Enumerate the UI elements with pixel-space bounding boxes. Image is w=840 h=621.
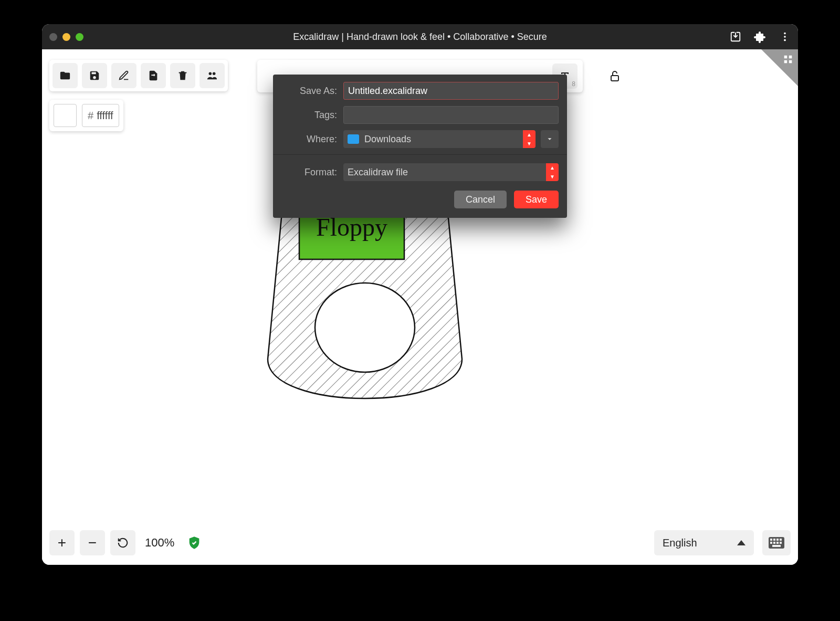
clear-canvas-button[interactable] xyxy=(170,63,195,88)
extensions-icon[interactable] xyxy=(754,30,766,43)
svg-rect-5 xyxy=(611,76,618,81)
format-select[interactable]: Excalidraw file ▲▼ xyxy=(343,163,559,181)
svg-rect-20 xyxy=(772,545,781,547)
titlebar-actions xyxy=(730,30,791,43)
lock-toggle[interactable] xyxy=(604,65,626,87)
filename-input[interactable] xyxy=(343,82,559,100)
browser-window: Excalidraw | Hand-drawn look & feel • Co… xyxy=(42,24,798,565)
install-app-icon[interactable] xyxy=(730,31,741,43)
library-toggle[interactable] xyxy=(761,49,798,86)
format-label: Format: xyxy=(281,167,337,178)
tags-label: Tags: xyxy=(281,110,337,121)
svg-rect-12 xyxy=(770,539,772,541)
keyboard-shortcuts-button[interactable] xyxy=(762,530,791,555)
svg-rect-17 xyxy=(773,542,775,544)
zoom-in-button[interactable]: + xyxy=(49,530,75,555)
svg-point-1 xyxy=(784,36,786,38)
format-value: Excalidraw file xyxy=(348,167,408,178)
open-button[interactable] xyxy=(52,63,78,88)
svg-point-9 xyxy=(315,283,415,372)
svg-point-3 xyxy=(209,72,212,76)
hex-prefix: # xyxy=(88,110,93,122)
language-label: English xyxy=(663,537,697,549)
zoom-controls: + − 100% xyxy=(49,530,202,555)
svg-point-2 xyxy=(784,39,786,41)
minimize-window-button[interactable] xyxy=(62,33,70,41)
format-stepper-icon: ▲▼ xyxy=(546,163,559,181)
background-swatch[interactable] xyxy=(54,104,77,127)
svg-rect-16 xyxy=(770,542,772,544)
caret-up-icon xyxy=(737,540,746,545)
language-select[interactable]: English xyxy=(654,530,754,555)
zoom-reset-button[interactable] xyxy=(110,530,135,555)
title-bar: Excalidraw | Hand-drawn look & feel • Co… xyxy=(42,24,798,49)
svg-rect-19 xyxy=(780,542,782,544)
file-toolbar xyxy=(49,60,228,91)
svg-point-4 xyxy=(213,72,216,76)
where-select[interactable]: Downloads ▲▼ xyxy=(343,130,536,148)
save-as-label: Save As: xyxy=(281,86,337,97)
zoom-level: 100% xyxy=(145,536,174,550)
save-button[interactable] xyxy=(82,63,107,88)
svg-rect-15 xyxy=(780,539,782,541)
save-dialog: Save As: Tags: Where: Downloads ▲▼ xyxy=(273,75,567,218)
svg-point-0 xyxy=(784,33,786,35)
zoom-out-button[interactable]: − xyxy=(80,530,105,555)
tags-input[interactable] xyxy=(343,106,559,124)
save-as-button[interactable] xyxy=(111,63,136,88)
footer-right: English xyxy=(654,530,791,555)
export-button[interactable] xyxy=(141,63,166,88)
folder-icon xyxy=(348,134,359,144)
hex-value: ffffff xyxy=(97,110,113,122)
where-value: Downloads xyxy=(364,134,411,145)
expand-locations-button[interactable] xyxy=(541,130,559,148)
dialog-separator xyxy=(273,154,567,155)
svg-rect-13 xyxy=(773,539,775,541)
svg-rect-14 xyxy=(776,539,779,541)
where-label: Where: xyxy=(281,134,337,145)
canvas-background-panel: # ffffff xyxy=(49,100,123,131)
svg-rect-18 xyxy=(776,542,779,544)
maximize-window-button[interactable] xyxy=(76,33,83,41)
encryption-shield-icon[interactable] xyxy=(187,535,202,550)
close-window-button[interactable] xyxy=(49,33,57,41)
window-title: Excalidraw | Hand-drawn look & feel • Co… xyxy=(42,31,798,43)
text-tool-hotkey: 8 xyxy=(572,80,575,88)
cancel-button[interactable]: Cancel xyxy=(454,191,507,208)
menu-kebab-icon[interactable] xyxy=(779,31,791,43)
collaborate-button[interactable] xyxy=(200,63,225,88)
traffic-lights xyxy=(49,33,83,41)
where-stepper-icon: ▲▼ xyxy=(523,130,536,148)
app-canvas-area: # ffffff 8 xyxy=(42,49,798,565)
save-confirm-button[interactable]: Save xyxy=(514,191,559,208)
background-hex-input[interactable]: # ffffff xyxy=(82,104,119,127)
